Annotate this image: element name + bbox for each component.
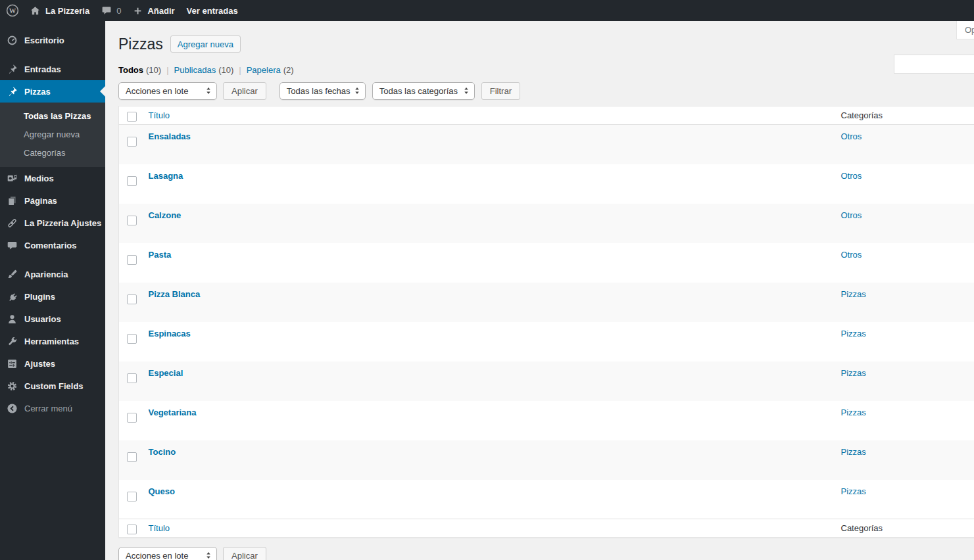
add-new-button[interactable]: Agregar nueva: [170, 35, 241, 53]
wordpress-menu-item[interactable]: W: [0, 0, 24, 21]
post-title-link[interactable]: Pasta: [149, 250, 172, 260]
categories-filter-label: Todas las categorías: [379, 86, 458, 96]
category-link[interactable]: Otros: [841, 171, 862, 181]
categories-filter-select[interactable]: Todas las categorías: [372, 82, 475, 100]
row-checkbox[interactable]: [127, 334, 137, 344]
filter-separator: |: [166, 65, 168, 75]
post-title-link[interactable]: Pizza Blanca: [149, 289, 201, 299]
filter-link-todos[interactable]: Todos(10): [118, 65, 161, 75]
row-checkbox[interactable]: [127, 492, 137, 502]
sidebar-item-label: Pizzas: [24, 87, 51, 97]
category-link[interactable]: Pizzas: [841, 486, 866, 496]
sidebar-item-pizzas[interactable]: Pizzas: [0, 80, 105, 103]
sidebar-item-paginas[interactable]: Páginas: [0, 189, 105, 212]
sidebar-item-label: Cerrar menú: [24, 404, 72, 413]
sidebar-item-usuarios[interactable]: Usuarios: [0, 308, 105, 330]
submenu-item-agregar-nueva[interactable]: Agregar nueva: [0, 126, 105, 144]
sidebar-item-cerrar-menu[interactable]: Cerrar menú: [0, 397, 105, 419]
dates-filter-label: Todas las fechas: [287, 86, 351, 96]
search-input[interactable]: [894, 55, 974, 74]
select-all-checkbox[interactable]: [127, 112, 137, 122]
new-content-menu-item[interactable]: Añadir: [127, 0, 180, 21]
row-checkbox[interactable]: [127, 137, 137, 147]
dates-filter-select[interactable]: Todas las fechas: [280, 82, 366, 100]
category-link[interactable]: Otros: [841, 131, 862, 141]
sidebar-item-apariencia[interactable]: Apariencia: [0, 263, 105, 285]
post-title-link[interactable]: Tocino: [149, 447, 176, 457]
row-checkbox[interactable]: [127, 216, 137, 225]
wrench-icon: [5, 335, 18, 348]
sidebar-item-entradas[interactable]: Entradas: [0, 58, 105, 80]
posts-table: Título Categorías Ensaladas Otros Lasagn…: [118, 106, 974, 538]
row-checkbox[interactable]: [127, 255, 137, 265]
pin-icon: [5, 85, 18, 98]
post-title-link[interactable]: Calzone: [149, 210, 182, 220]
collapse-arrow-icon: [5, 402, 18, 415]
category-link[interactable]: Pizzas: [841, 447, 866, 457]
post-title-link[interactable]: Queso: [149, 486, 175, 496]
bulk-actions-label: Acciones en lote: [126, 551, 188, 560]
category-link[interactable]: Pizzas: [841, 368, 866, 378]
admin-menu: Escritorio Entradas Pizzas Todas las Piz…: [0, 21, 105, 419]
column-header-titulo[interactable]: Título: [149, 110, 170, 120]
plus-icon: [133, 6, 143, 16]
pin-icon: [5, 62, 18, 76]
content-area: Opciones de pantalla Pizzas Agregar nuev…: [105, 21, 974, 560]
table-row: Lasagna Otros: [119, 164, 974, 204]
bulk-actions-select[interactable]: Acciones en lote: [118, 82, 217, 100]
sidebar-item-comentarios[interactable]: Comentarios: [0, 234, 105, 256]
post-title-link[interactable]: Espinacas: [149, 329, 191, 338]
filter-button[interactable]: Filtrar: [481, 82, 520, 100]
bulk-actions-select-bottom[interactable]: Acciones en lote: [118, 547, 217, 560]
submenu-item-todas-las-pizzas[interactable]: Todas las Pizzas: [0, 107, 105, 126]
view-posts-menu-item[interactable]: Ver entradas: [181, 0, 244, 21]
submenu-item-categorias[interactable]: Categorías: [0, 144, 105, 162]
post-title-link[interactable]: Lasagna: [149, 171, 183, 181]
category-link[interactable]: Pizzas: [841, 289, 866, 299]
category-link[interactable]: Otros: [841, 250, 862, 260]
apply-button[interactable]: Aplicar: [223, 82, 266, 100]
post-title-link[interactable]: Especial: [149, 368, 183, 378]
sidebar-item-plugins[interactable]: Plugins: [0, 285, 105, 308]
table-row: Tocino Pizzas: [119, 440, 974, 480]
sidebar-item-label: Custom Fields: [24, 381, 84, 391]
category-link[interactable]: Pizzas: [841, 329, 866, 338]
row-checkbox[interactable]: [127, 294, 137, 304]
sidebar-item-medios[interactable]: Medios: [0, 167, 105, 189]
post-title-link[interactable]: Vegetariana: [149, 408, 197, 417]
sidebar-item-escritorio[interactable]: Escritorio: [0, 29, 105, 51]
sidebar-item-herramientas[interactable]: Herramientas: [0, 330, 105, 352]
post-title-link[interactable]: Ensaladas: [149, 131, 191, 141]
site-name-menu-item[interactable]: La Pizzeria: [24, 0, 95, 21]
sidebar-item-label: Herramientas: [24, 337, 79, 346]
row-checkbox[interactable]: [127, 373, 137, 383]
dashboard-icon: [5, 34, 18, 47]
comments-menu-item[interactable]: 0: [95, 0, 127, 21]
select-arrows-icon: [204, 550, 213, 560]
sidebar-item-custom-fields[interactable]: Custom Fields: [0, 375, 105, 397]
column-footer-categorias: Categorías: [841, 523, 883, 533]
column-footer-titulo[interactable]: Título: [149, 523, 170, 533]
select-all-checkbox[interactable]: [127, 525, 137, 534]
filter-link-publicadas[interactable]: Publicadas(10): [174, 65, 234, 75]
new-content-label: Añadir: [147, 6, 174, 16]
page-title: Pizzas: [118, 35, 163, 53]
admin-bar: W La Pizzeria 0 Añadir Ver entradas: [0, 0, 974, 21]
table-row: Vegetariana Pizzas: [119, 401, 974, 440]
apply-button-bottom[interactable]: Aplicar: [223, 547, 266, 560]
table-row: Ensaladas Otros: [119, 125, 974, 164]
sidebar-item-ajustes[interactable]: Ajustes: [0, 352, 105, 375]
row-checkbox[interactable]: [127, 176, 137, 186]
gear-icon: [5, 379, 18, 392]
sidebar-item-la-pizzeria-ajustes[interactable]: La Pizzeria Ajustes: [0, 212, 105, 234]
filter-link-papelera[interactable]: Papelera(2): [247, 65, 294, 75]
screen-options-tab[interactable]: Opciones de pantalla: [956, 21, 974, 39]
select-arrows-icon: [353, 85, 362, 96]
pages-icon: [5, 194, 18, 207]
tablenav-bottom: Acciones en lote Aplicar: [118, 546, 974, 560]
category-link[interactable]: Otros: [841, 210, 862, 220]
row-checkbox[interactable]: [127, 413, 137, 423]
row-checkbox[interactable]: [127, 452, 137, 462]
category-link[interactable]: Pizzas: [841, 408, 866, 417]
brush-icon: [5, 268, 18, 281]
